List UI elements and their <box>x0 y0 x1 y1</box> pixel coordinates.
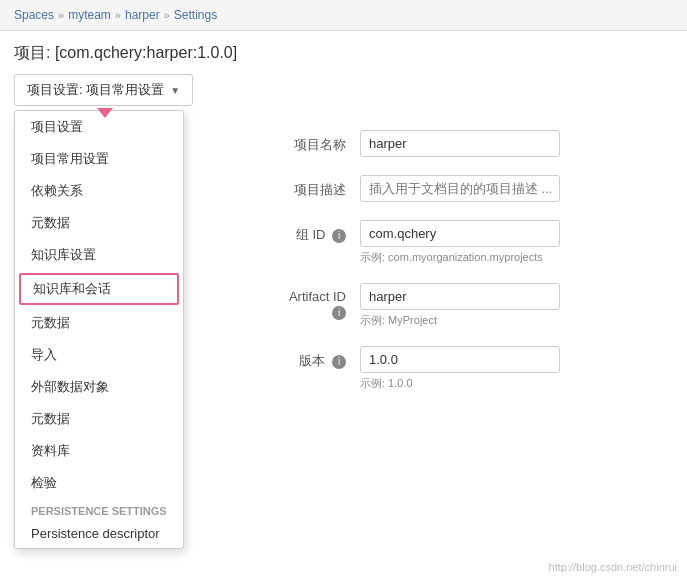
form-row-group-id: 组 ID i 示例: com.myorganization.myprojects <box>280 220 667 265</box>
sep3: » <box>164 9 170 21</box>
sep1: » <box>58 9 64 21</box>
breadcrumb-settings[interactable]: Settings <box>174 8 217 22</box>
menu-item-check[interactable]: 检验 <box>15 467 183 499</box>
info-icon-group-id[interactable]: i <box>332 229 346 243</box>
label-project-name: 项目名称 <box>280 130 360 154</box>
menu-item-metadata-2[interactable]: 元数据 <box>15 307 183 339</box>
menu-item-kb-settings[interactable]: 知识库设置 <box>15 239 183 271</box>
page-title: 项目: [com.qchery:harper:1.0.0] <box>0 31 687 74</box>
info-icon-artifact-id[interactable]: i <box>332 306 346 320</box>
info-icon-version[interactable]: i <box>332 355 346 369</box>
form-row-project-name: 项目名称 <box>280 130 667 157</box>
field-wrap-project-desc <box>360 175 667 202</box>
hint-group-id: 示例: com.myorganization.myprojects <box>360 250 667 265</box>
input-group-id[interactable] <box>360 220 560 247</box>
menu-item-metadata-1[interactable]: 元数据 <box>15 207 183 239</box>
menu-item-kb-conversation[interactable]: 知识库和会话 <box>19 273 179 305</box>
input-project-name[interactable] <box>360 130 560 157</box>
chevron-down-icon: ▼ <box>170 85 180 96</box>
label-version: 版本 i <box>280 346 360 370</box>
dropdown-label: 项目设置: 项目常用设置 <box>27 81 164 99</box>
menu-arrow-indicator <box>97 108 113 118</box>
form-row-project-desc: 项目描述 <box>280 175 667 202</box>
menu-item-repository[interactable]: 资料库 <box>15 435 183 467</box>
page-wrapper: Spaces » myteam » harper » Settings 项目: … <box>0 0 687 581</box>
breadcrumb-harper[interactable]: harper <box>125 8 160 22</box>
menu-item-persistence-descriptor[interactable]: Persistence descriptor <box>15 519 183 548</box>
label-group-id: 组 ID i <box>280 220 360 244</box>
label-project-desc: 项目描述 <box>280 175 360 199</box>
hint-artifact-id: 示例: MyProject <box>360 313 667 328</box>
field-wrap-project-name <box>360 130 667 157</box>
menu-item-metadata-3[interactable]: 元数据 <box>15 403 183 435</box>
field-wrap-version: 示例: 1.0.0 <box>360 346 667 391</box>
form-row-artifact-id: Artifact ID i 示例: MyProject <box>280 283 667 328</box>
input-artifact-id[interactable] <box>360 283 560 310</box>
input-version[interactable] <box>360 346 560 373</box>
field-wrap-artifact-id: 示例: MyProject <box>360 283 667 328</box>
field-wrap-group-id: 示例: com.myorganization.myprojects <box>360 220 667 265</box>
input-project-desc[interactable] <box>360 175 560 202</box>
label-artifact-id: Artifact ID i <box>280 283 360 320</box>
hint-version: 示例: 1.0.0 <box>360 376 667 391</box>
sep2: » <box>115 9 121 21</box>
form-row-version: 版本 i 示例: 1.0.0 <box>280 346 667 391</box>
breadcrumb: Spaces » myteam » harper » Settings <box>0 0 687 31</box>
dropdown-menu: 项目设置 项目常用设置 依赖关系 元数据 知识库设置 知识库和会话 元数据 导入… <box>14 110 184 549</box>
watermark: http://blog.csdn.net/chinrui <box>549 561 677 573</box>
menu-item-external-objects[interactable]: 外部数据对象 <box>15 371 183 403</box>
menu-item-common-settings[interactable]: 项目常用设置 <box>15 143 183 175</box>
menu-item-import[interactable]: 导入 <box>15 339 183 371</box>
project-settings-dropdown[interactable]: 项目设置: 项目常用设置 ▼ <box>14 74 193 106</box>
menu-item-dependencies[interactable]: 依赖关系 <box>15 175 183 207</box>
toolbar: 项目设置: 项目常用设置 ▼ 项目设置 项目常用设置 依赖关系 元数据 知识库设… <box>0 74 687 116</box>
breadcrumb-spaces[interactable]: Spaces <box>14 8 54 22</box>
breadcrumb-myteam[interactable]: myteam <box>68 8 111 22</box>
menu-section-persistence: PERSISTENCE SETTINGS <box>15 499 183 519</box>
